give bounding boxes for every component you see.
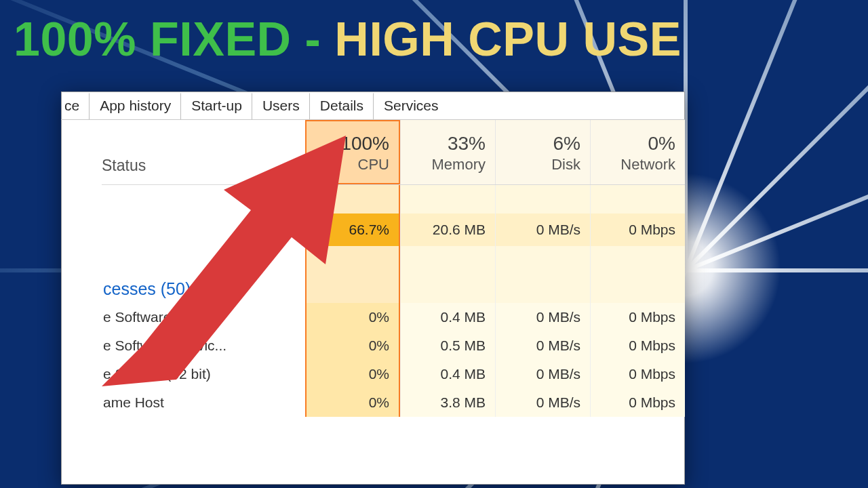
cell-disk: 0 MB/s (495, 303, 590, 331)
process-name: e Service (32 bit) (102, 366, 305, 382)
thumbnail-headline: 100% FIXED - HIGH CPU USE (14, 12, 861, 66)
cell-mem: 3.8 MB (400, 388, 495, 417)
tab-app-history[interactable]: App history (90, 93, 181, 119)
cell-cpu: 0% (305, 360, 400, 388)
cell-net: 0 Mbps (590, 331, 685, 360)
cell-disk: 0 MB/s (495, 360, 590, 388)
column-network[interactable]: 0% Network (590, 120, 685, 184)
column-disk[interactable]: 6% Disk (495, 120, 590, 184)
summary-disk: 0 MB/s (495, 214, 590, 246)
group-label: cesses (50) (102, 272, 305, 306)
network-usage-pct: 0% (591, 133, 675, 155)
summary-row[interactable]: 66.7% 20.6 MB 0 MB/s 0 Mbps (102, 214, 685, 246)
cell-cpu: 0% (305, 331, 400, 360)
tab-services[interactable]: Services (374, 93, 449, 119)
blank-row (102, 246, 685, 274)
headline-part-2: HIGH CPU USE (334, 13, 682, 66)
process-name: e Software Integri. (102, 309, 305, 325)
cell-net: 0 Mbps (590, 388, 685, 417)
column-memory[interactable]: 33% Memory (400, 120, 495, 184)
cell-mem: 0.4 MB (400, 360, 495, 388)
tab-details[interactable]: Details (310, 93, 374, 119)
cell-cpu: 0% (305, 388, 400, 417)
summary-mem: 20.6 MB (400, 214, 495, 246)
tab-performance-cropped[interactable]: ce (61, 93, 90, 119)
column-cpu[interactable]: 100% CPU (305, 120, 400, 184)
memory-label: Memory (401, 156, 486, 174)
cell-mem: 0.4 MB (400, 303, 495, 331)
cell-disk: 0 MB/s (495, 388, 590, 417)
process-name: ame Host (102, 394, 305, 411)
cell-net: 0 Mbps (590, 303, 685, 331)
network-label: Network (591, 156, 675, 174)
cell-net: 0 Mbps (590, 360, 685, 388)
summary-cpu: 66.7% (305, 214, 400, 246)
memory-usage-pct: 33% (401, 133, 486, 155)
tab-start-up[interactable]: Start-up (181, 93, 252, 119)
headline-part-1: 100% FIXED - (14, 13, 334, 66)
blank-row (102, 185, 685, 214)
cpu-label: CPU (307, 156, 389, 174)
tab-strip: ce App history Start-up Users Details Se… (61, 92, 685, 120)
table-row[interactable]: ame Host 0% 3.8 MB 0 MB/s 0 Mbps (102, 388, 685, 417)
task-manager-window: ce App history Start-up Users Details Se… (61, 92, 685, 485)
cpu-usage-pct: 100% (307, 133, 389, 155)
column-status[interactable]: Status (102, 157, 305, 184)
cell-mem: 0.5 MB (400, 331, 495, 360)
process-group-header[interactable]: cesses (50) (102, 274, 685, 303)
table-row[interactable]: e Software Servic... 0% 0.5 MB 0 MB/s 0 … (102, 331, 685, 360)
process-rows: 66.7% 20.6 MB 0 MB/s 0 Mbps cesses (50) … (102, 185, 685, 417)
tab-users[interactable]: Users (252, 93, 310, 119)
disk-label: Disk (496, 156, 580, 174)
cell-disk: 0 MB/s (495, 331, 590, 360)
table-row[interactable]: e Software Integri. 0% 0.4 MB 0 MB/s 0 M… (102, 303, 685, 331)
column-headers: Status 100% CPU 33% Memory 6% Disk 0% Ne… (102, 120, 685, 185)
disk-usage-pct: 6% (496, 133, 580, 155)
process-name: e Software Servic... (102, 338, 305, 354)
table-row[interactable]: e Service (32 bit) 0% 0.4 MB 0 MB/s 0 Mb… (102, 360, 685, 388)
summary-net: 0 Mbps (590, 214, 685, 246)
cell-cpu: 0% (305, 303, 400, 331)
